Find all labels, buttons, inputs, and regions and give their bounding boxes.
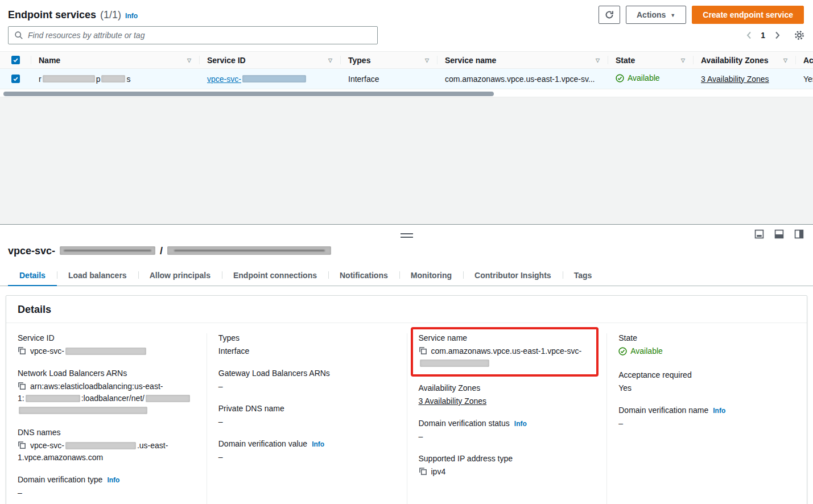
details-card-body: Service ID vpce-svc- Network Load Balanc…: [6, 323, 807, 504]
info-link[interactable]: Info: [312, 440, 324, 448]
redacted-text: [26, 395, 80, 402]
panel-layout-controls: [754, 229, 804, 239]
filter-icon: ▽: [328, 57, 332, 63]
column-header-types[interactable]: Types▽: [340, 52, 437, 68]
info-link[interactable]: Info: [514, 420, 527, 428]
field-dns-names: DNS names vpce-svc-.us-east- 1.vpce.amaz…: [18, 428, 195, 464]
tab-monitoring[interactable]: Monitoring: [399, 265, 463, 286]
split-panel-header: [0, 225, 813, 244]
resource-count: (1/1): [100, 9, 121, 21]
filter-icon: ▽: [783, 57, 787, 63]
field-acceptance-required: Acceptance required Yes: [618, 370, 795, 394]
next-page-button[interactable]: [770, 28, 785, 43]
column-header-acceptance[interactable]: Acceptance required: [795, 52, 813, 68]
horizontal-scrollbar[interactable]: [3, 92, 810, 97]
search-input[interactable]: [28, 31, 372, 40]
cell-availability-zones: 3 Availability Zones: [693, 75, 795, 84]
search-icon: [14, 31, 23, 40]
tab-load-balancers[interactable]: Load balancers: [57, 265, 138, 286]
field-domain-verification-status: Domain verification status Info –: [419, 419, 596, 443]
details-card: Details Service ID vpce-svc- Network Loa…: [6, 295, 807, 504]
panel-half-bottom-icon[interactable]: [774, 229, 784, 239]
tab-endpoint-connections[interactable]: Endpoint connections: [222, 265, 328, 286]
panel-position-side-icon[interactable]: [794, 229, 804, 239]
status-badge: Available: [618, 345, 663, 357]
cell-service-id: vpce-svc-: [199, 75, 340, 84]
details-column-4: State Available Acceptance required: [606, 333, 807, 504]
page-title-text: Endpoint services: [8, 9, 96, 21]
actions-button[interactable]: Actions ▼: [626, 6, 686, 24]
panel-position-bottom-icon[interactable]: [754, 229, 764, 239]
redacted-text: [146, 395, 190, 402]
cell-acceptance: Yes: [795, 75, 813, 84]
filter-icon: ▽: [596, 57, 600, 63]
filter-icon: ▽: [681, 57, 685, 63]
cell-types: Interface: [340, 75, 437, 84]
availability-zones-link[interactable]: 3 Availability Zones: [419, 396, 487, 406]
redacted-text: [167, 246, 331, 255]
tab-details[interactable]: Details: [8, 265, 57, 286]
redacted-text: [101, 75, 125, 82]
column-header-availability-zones[interactable]: Availability Zones▽: [693, 52, 795, 68]
copy-icon[interactable]: [18, 382, 26, 390]
settings-icon[interactable]: [794, 30, 805, 41]
details-card-header: Details: [6, 296, 807, 323]
previous-page-button[interactable]: [741, 28, 756, 43]
cell-name: rps: [31, 75, 199, 84]
redacted-text: [19, 407, 147, 414]
filter-icon: ▽: [425, 57, 429, 63]
copy-icon[interactable]: [18, 346, 26, 355]
info-link[interactable]: Info: [125, 12, 138, 20]
split-panel: vpce-svc- / Details Load balancers Allow…: [0, 224, 813, 504]
tab-contributor-insights[interactable]: Contributor Insights: [463, 265, 563, 286]
tab-tags[interactable]: Tags: [563, 265, 604, 286]
tab-notifications[interactable]: Notifications: [328, 265, 399, 286]
actions-button-label: Actions: [637, 10, 666, 19]
column-header-state[interactable]: State▽: [608, 52, 693, 68]
service-id-link[interactable]: vpce-svc-: [207, 75, 307, 84]
current-page[interactable]: 1: [756, 31, 770, 40]
select-all-checkbox[interactable]: [11, 56, 20, 64]
header-actions: Actions ▼ Create endpoint service: [599, 6, 804, 24]
pagination: 1: [741, 28, 805, 43]
scrollbar-thumb[interactable]: [3, 92, 494, 96]
detail-panel-title: vpce-svc- /: [0, 244, 813, 265]
field-service-id: Service ID vpce-svc-: [18, 333, 195, 357]
field-availability-zones: Availability Zones 3 Availability Zones: [419, 383, 596, 407]
availability-zones-link[interactable]: 3 Availability Zones: [701, 75, 769, 84]
row-checkbox[interactable]: [11, 75, 20, 83]
endpoint-services-table: Name▽ Service ID▽ Types▽ Service name▽ S…: [0, 51, 813, 89]
refresh-icon: [605, 10, 614, 19]
field-domain-verification-type: Domain verification type Info –: [18, 475, 195, 499]
redacted-text: [242, 75, 306, 82]
column-header-name[interactable]: Name▽: [31, 52, 199, 68]
field-service-name: Service name com.amazonaws.vpce.us-east-…: [419, 333, 591, 369]
select-all-cell: [0, 52, 31, 68]
chevron-down-icon: ▼: [670, 13, 675, 18]
column-header-service-name[interactable]: Service name▽: [437, 52, 608, 68]
search-box[interactable]: [8, 26, 378, 44]
copy-icon[interactable]: [18, 441, 26, 449]
cell-service-name: com.amazonaws.vpce.us-east-1.vpce-sv...: [437, 75, 608, 84]
column-header-service-id[interactable]: Service ID▽: [199, 52, 340, 68]
page-background: [0, 97, 813, 224]
redacted-text: [420, 360, 489, 367]
copy-icon[interactable]: [419, 467, 427, 476]
create-endpoint-service-button[interactable]: Create endpoint service: [692, 6, 804, 24]
split-panel-drag-handle[interactable]: [401, 233, 413, 238]
info-link[interactable]: Info: [713, 407, 725, 415]
field-supported-ip-address-type: Supported IP address type ipv4: [419, 454, 596, 478]
field-private-dns-name: Private DNS name –: [218, 404, 395, 428]
field-nlb-arns: Network Load Balancers ARNs arn:aws:elas…: [18, 369, 195, 416]
copy-icon[interactable]: [419, 346, 427, 355]
detail-tabs: Details Load balancers Allow principals …: [0, 265, 813, 286]
refresh-button[interactable]: [599, 6, 620, 24]
details-section-title: Details: [18, 304, 795, 316]
page-title: Endpoint services (1/1) Info: [8, 9, 138, 21]
redacted-text: [65, 348, 146, 355]
info-link[interactable]: Info: [107, 476, 119, 484]
table-row[interactable]: rps vpce-svc- Interface com.amazonaws.vp…: [0, 69, 813, 89]
details-column-3: Service name com.amazonaws.vpce.us-east-…: [407, 333, 607, 504]
tab-allow-principals[interactable]: Allow principals: [138, 265, 222, 286]
page-header: Endpoint services (1/1) Info Actions ▼ C…: [0, 0, 813, 26]
